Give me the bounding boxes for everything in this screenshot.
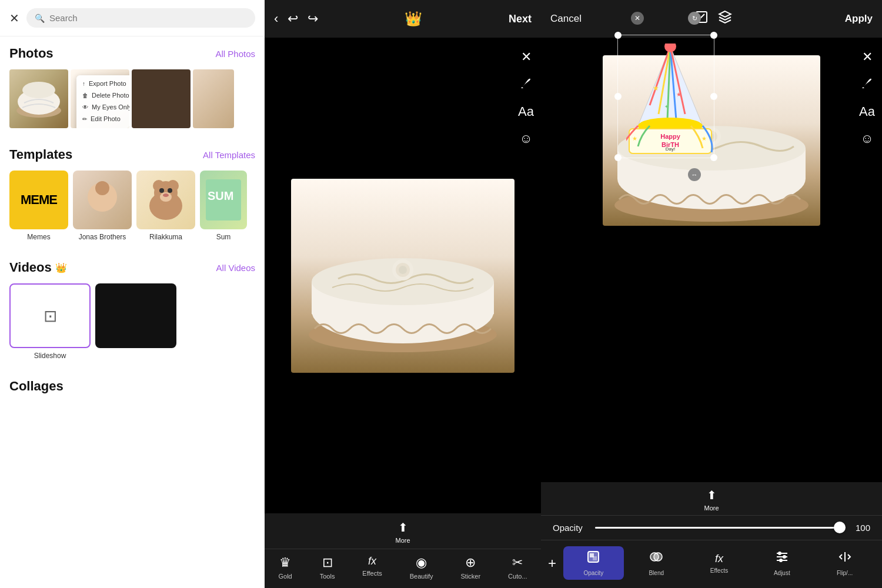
videos-crown-icon: 👑: [55, 262, 67, 273]
sticker-cancel-button[interactable]: Cancel: [550, 13, 582, 25]
editor-more-button[interactable]: ⬆ More: [395, 520, 410, 544]
more-upload-icon: ⬆: [398, 520, 408, 534]
sticker-tool-effects[interactable]: fx Effects: [689, 549, 750, 577]
svg-text:Day!: Day!: [666, 146, 675, 152]
opacity-slider-thumb[interactable]: [834, 522, 846, 533]
photo-thumb-1[interactable]: [9, 69, 68, 128]
emoji-tool-button[interactable]: ☺: [519, 131, 532, 146]
toolbar-gold[interactable]: ♛ Gold: [278, 555, 292, 580]
draw-tool-button[interactable]: [520, 76, 533, 92]
toolbar-tools[interactable]: ⊡ Tools: [320, 555, 335, 580]
svg-point-40: [664, 44, 676, 52]
template-item-jonas[interactable]: Jonas Brothers: [73, 171, 132, 241]
sticker-add-button[interactable]: +: [548, 555, 556, 572]
all-templates-link[interactable]: All Templates: [203, 150, 255, 160]
video-item-2[interactable]: [95, 283, 176, 360]
slideshow-thumbnail: ⊡: [9, 283, 91, 348]
slideshow-item[interactable]: ⊡ Slideshow: [9, 283, 91, 360]
sticker-tool-flip[interactable]: Flip/...: [814, 546, 875, 580]
video-thumbnail-2: [95, 283, 176, 348]
sticker-topbar: Cancel Apply: [541, 0, 882, 38]
context-send[interactable]: ↗Send Photo: [76, 125, 129, 128]
svg-point-11: [168, 188, 172, 193]
template-item-summer[interactable]: SUM Sum: [200, 171, 247, 241]
birthday-sticker[interactable]: ★ ★ ✦ Happy BirTH Day! ★: [626, 44, 714, 155]
template-item-memes[interactable]: MEME Memes: [9, 171, 68, 241]
context-edit[interactable]: ✏Edit Photo: [76, 113, 129, 125]
editor-next-button[interactable]: Next: [509, 13, 532, 25]
sticker-text-button[interactable]: Aa: [859, 104, 875, 119]
opacity-row: Opacity 100: [541, 515, 882, 540]
sticker-more-button[interactable]: ⬆ More: [704, 488, 719, 512]
editor-topbar: ‹ ↩ ↪ 👑 Next: [265, 0, 541, 38]
gold-label: Gold: [278, 573, 292, 580]
svg-text:★: ★: [653, 84, 659, 92]
svg-text:Happy: Happy: [660, 133, 681, 140]
videos-grid: ⊡ Slideshow: [9, 283, 255, 360]
photo-thumb-2[interactable]: ↑Export Photo 🗑Delete Photo 👁My Eyes Onl…: [71, 69, 129, 128]
templates-section-header: Templates All Templates: [9, 147, 255, 162]
sticker-tool-opacity[interactable]: Opacity: [563, 546, 624, 580]
sticker-toolbar: + Opacity Blend: [541, 540, 882, 588]
editor-undo-button[interactable]: ↩: [288, 11, 298, 26]
search-input[interactable]: [49, 13, 247, 23]
flip-tool-label: Flip/...: [837, 570, 853, 576]
toolbar-beautify[interactable]: ◉ Beautify: [410, 555, 433, 580]
cake-svg: [303, 193, 503, 358]
sticker-layers-button[interactable]: [718, 10, 732, 28]
editor-back-button[interactable]: ‹: [274, 11, 278, 26]
sticker-apply-button[interactable]: Apply: [845, 13, 873, 25]
text-tool-button[interactable]: Aa: [518, 104, 534, 119]
sticker-draw-button[interactable]: [859, 76, 875, 92]
context-eyes-only[interactable]: 👁My Eyes Only: [76, 101, 129, 113]
toolbar-effects[interactable]: fx Effects: [362, 555, 382, 580]
svg-point-57: [780, 559, 782, 562]
beautify-label: Beautify: [410, 573, 433, 580]
photo-thumb-4[interactable]: [193, 69, 234, 128]
rilakkuma-template-label: Rilakkuma: [149, 233, 182, 241]
videos-title-row: Videos 👑: [9, 260, 67, 275]
sticker-emoji-button[interactable]: ☺: [859, 131, 875, 146]
canvas-close-button[interactable]: ✕: [521, 49, 532, 65]
all-videos-link[interactable]: All Videos: [216, 263, 255, 273]
sticker-erase-button[interactable]: [694, 10, 709, 28]
photos-grid: ↑Export Photo 🗑Delete Photo 👁My Eyes Onl…: [9, 69, 255, 128]
toolbar-cutout[interactable]: ✂ Cuto...: [508, 555, 527, 580]
editor-side-tools: ✕ Aa ☺: [518, 49, 534, 146]
videos-section-title: Videos: [9, 260, 52, 275]
photo-thumb-3[interactable]: [132, 69, 191, 128]
all-photos-link[interactable]: All Photos: [215, 49, 255, 59]
sticker-tool-adjust[interactable]: Adjust: [751, 546, 812, 580]
toolbar-sticker[interactable]: ⊕ Sticker: [460, 555, 480, 580]
jonas-thumbnail: [73, 171, 132, 229]
opacity-slider[interactable]: [595, 527, 846, 529]
sticker-top-icons: [694, 10, 732, 28]
svg-text:SUM: SUM: [208, 189, 233, 202]
slideshow-label: Slideshow: [34, 352, 66, 360]
opacity-value: 100: [853, 523, 870, 533]
library-close-button[interactable]: ✕: [9, 11, 19, 25]
editor-redo-button[interactable]: ↪: [308, 11, 318, 26]
photos-section-header: Photos All Photos: [9, 46, 255, 61]
editor-toolbar: ♛ Gold ⊡ Tools fx Effects ◉ Beautify ⊕ S…: [265, 549, 541, 588]
svg-rect-49: [593, 556, 597, 560]
sticker-more-upload-icon: ⬆: [707, 488, 717, 502]
cake-image: [291, 179, 514, 373]
template-item-rilakkuma[interactable]: Rilakkuma: [136, 171, 195, 241]
sticker-more-row: ⬆ More: [541, 482, 882, 515]
svg-text:★: ★: [676, 91, 681, 98]
summer-template-label: Sum: [216, 233, 231, 241]
birthday-hat-svg: ★ ★ ✦ Happy BirTH Day! ★: [626, 44, 714, 155]
adjust-tool-label: Adjust: [774, 570, 790, 576]
sticker-tool-blend[interactable]: Blend: [626, 546, 687, 580]
editor-crown-icon: 👑: [405, 11, 422, 27]
svg-text:★: ★: [632, 135, 637, 142]
context-export[interactable]: ↑Export Photo: [76, 78, 129, 89]
editor-bottom: ⬆ More ♛ Gold ⊡ Tools fx Effects ◉ Beaut…: [265, 513, 541, 588]
templates-grid: MEME Memes Jonas Brothers: [9, 171, 255, 241]
photos-section-title: Photos: [9, 46, 54, 61]
search-bar: 🔍: [26, 8, 255, 28]
search-icon: 🔍: [35, 14, 45, 23]
context-delete[interactable]: 🗑Delete Photo: [76, 89, 129, 101]
sticker-close-tool-button[interactable]: ✕: [859, 49, 875, 65]
